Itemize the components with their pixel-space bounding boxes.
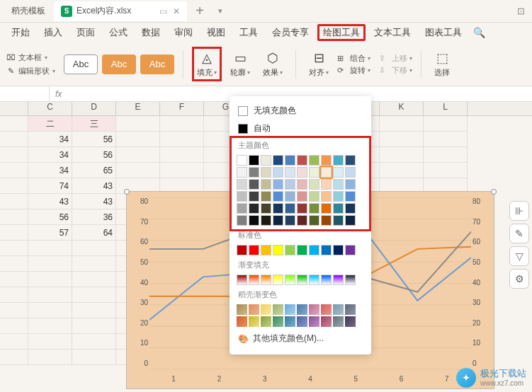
color-swatch[interactable] xyxy=(333,179,344,190)
gradient-swatch[interactable] xyxy=(321,275,332,285)
color-swatch[interactable] xyxy=(273,191,283,202)
color-swatch[interactable] xyxy=(273,203,283,214)
color-swatch[interactable] xyxy=(309,245,319,255)
style-preset-2[interactable]: Abc xyxy=(102,54,136,74)
color-swatch[interactable] xyxy=(333,215,344,226)
docer-swatch[interactable] xyxy=(237,304,247,315)
group-button[interactable]: ⊞ 组合▾ xyxy=(337,53,370,64)
menu-审阅[interactable]: 审阅 xyxy=(169,25,198,40)
docer-swatch[interactable] xyxy=(237,316,247,327)
table-header[interactable]: 二 xyxy=(28,116,72,132)
color-swatch[interactable] xyxy=(237,179,247,190)
color-swatch[interactable] xyxy=(285,179,295,190)
color-swatch[interactable] xyxy=(249,179,259,190)
table-cell[interactable]: 43 xyxy=(72,178,116,194)
fill-button[interactable]: ◬ 填充▾ xyxy=(192,47,222,81)
docer-swatch[interactable] xyxy=(249,316,259,327)
color-swatch[interactable] xyxy=(249,155,259,166)
style-preset-3[interactable]: Abc xyxy=(140,54,174,74)
color-swatch[interactable] xyxy=(261,167,271,178)
shape-style-gallery[interactable]: Abc Abc Abc xyxy=(64,54,174,74)
col-header[interactable]: E xyxy=(116,102,160,115)
menu-视图[interactable]: 视图 xyxy=(201,25,231,40)
menu-开始[interactable]: 开始 xyxy=(6,25,35,40)
docer-swatch[interactable] xyxy=(333,304,344,315)
menu-文本工具[interactable]: 文本工具 xyxy=(368,25,417,40)
search-icon[interactable]: 🔍 xyxy=(473,27,485,38)
docer-swatch[interactable] xyxy=(321,316,332,327)
rotate-button[interactable]: ⟳ 旋转▾ xyxy=(337,65,370,76)
gradient-swatch[interactable] xyxy=(345,275,356,285)
color-swatch[interactable] xyxy=(321,203,332,214)
color-swatch[interactable] xyxy=(333,155,344,166)
color-swatch[interactable] xyxy=(297,179,307,190)
gradient-swatch[interactable] xyxy=(237,275,247,285)
col-header[interactable]: F xyxy=(160,102,204,115)
gradient-swatch[interactable] xyxy=(333,275,344,285)
movedown-button[interactable]: ⇩ 下移▾ xyxy=(379,65,412,76)
color-swatch[interactable] xyxy=(261,191,271,202)
table-cell[interactable]: 57 xyxy=(28,225,72,241)
table-cell[interactable]: 43 xyxy=(28,194,72,209)
color-swatch[interactable] xyxy=(261,215,271,226)
color-swatch[interactable] xyxy=(249,191,259,202)
color-swatch[interactable] xyxy=(237,167,247,178)
tab-caret-icon[interactable]: ▾ xyxy=(211,6,230,16)
color-swatch[interactable] xyxy=(261,179,271,190)
color-swatch[interactable] xyxy=(273,215,283,226)
docer-swatch[interactable] xyxy=(309,304,319,315)
menu-图表工具[interactable]: 图表工具 xyxy=(419,25,468,40)
table-cell[interactable]: 43 xyxy=(72,194,116,209)
color-swatch[interactable] xyxy=(321,167,332,178)
auto-fill-option[interactable]: 自动 xyxy=(230,120,371,137)
color-swatch[interactable] xyxy=(249,203,259,214)
color-swatch[interactable] xyxy=(249,215,259,226)
table-cell[interactable]: 65 xyxy=(72,163,116,178)
col-header[interactable]: L xyxy=(424,102,468,115)
color-swatch[interactable] xyxy=(297,203,307,214)
docer-swatch[interactable] xyxy=(273,316,283,327)
more-colors-option[interactable]: 🎨其他填充颜色(M)... xyxy=(230,328,371,349)
doc-close-icon[interactable]: ✕ xyxy=(173,6,180,16)
table-cell[interactable]: 56 xyxy=(72,132,116,147)
color-swatch[interactable] xyxy=(321,215,332,226)
docer-swatch[interactable] xyxy=(345,316,356,327)
chart-settings-button[interactable]: ⚙ xyxy=(509,269,529,289)
color-swatch[interactable] xyxy=(333,245,344,255)
style-preset-1[interactable]: Abc xyxy=(64,54,98,74)
color-swatch[interactable] xyxy=(345,167,356,178)
chart-style-button[interactable]: ✎ xyxy=(509,224,529,243)
color-swatch[interactable] xyxy=(261,155,271,166)
color-swatch[interactable] xyxy=(345,215,356,226)
gradient-swatch[interactable] xyxy=(297,275,307,285)
color-swatch[interactable] xyxy=(285,191,295,202)
color-swatch[interactable] xyxy=(345,179,356,190)
menu-会员专享[interactable]: 会员专享 xyxy=(266,25,315,40)
color-swatch[interactable] xyxy=(297,155,307,166)
select-button[interactable]: ⬚ 选择 xyxy=(430,50,454,78)
color-swatch[interactable] xyxy=(321,179,332,190)
chart-elements-button[interactable]: ⊪ xyxy=(509,201,529,221)
docer-swatch[interactable] xyxy=(345,304,356,315)
color-swatch[interactable] xyxy=(345,155,356,166)
docer-swatch[interactable] xyxy=(249,304,259,315)
color-swatch[interactable] xyxy=(249,167,259,178)
docer-swatch[interactable] xyxy=(285,304,295,315)
color-swatch[interactable] xyxy=(321,191,332,202)
gradient-swatch[interactable] xyxy=(309,275,319,285)
color-swatch[interactable] xyxy=(273,155,283,166)
name-box[interactable] xyxy=(0,86,50,101)
color-swatch[interactable] xyxy=(237,215,247,226)
color-swatch[interactable] xyxy=(345,203,356,214)
docer-swatch[interactable] xyxy=(321,304,332,315)
menu-数据[interactable]: 数据 xyxy=(136,25,166,40)
color-swatch[interactable] xyxy=(309,155,319,166)
color-swatch[interactable] xyxy=(333,191,344,202)
table-cell[interactable]: 34 xyxy=(28,163,72,178)
color-swatch[interactable] xyxy=(297,215,307,226)
docer-swatch[interactable] xyxy=(309,316,319,327)
outline-button[interactable]: ▭ 轮廓▾ xyxy=(226,50,254,78)
color-swatch[interactable] xyxy=(333,203,344,214)
docer-swatch[interactable] xyxy=(333,316,344,327)
gradient-swatch[interactable] xyxy=(273,275,283,285)
